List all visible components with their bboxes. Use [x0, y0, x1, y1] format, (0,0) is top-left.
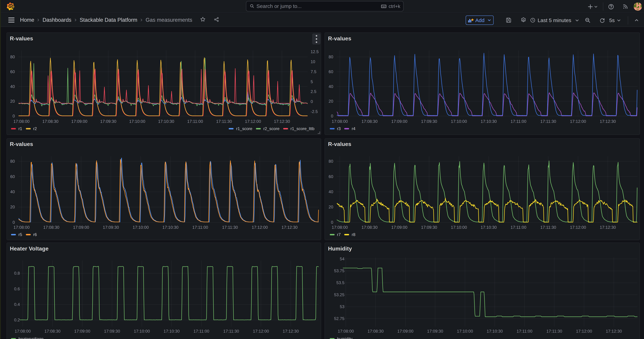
svg-text:17:12:00: 17:12:00 [570, 119, 586, 124]
svg-text:17:12:30: 17:12:30 [281, 225, 297, 230]
svg-text:-2.5: -2.5 [310, 109, 318, 114]
svg-text:17:10:30: 17:10:30 [162, 225, 178, 230]
svg-text:0: 0 [310, 99, 313, 104]
svg-text:0.8: 0.8 [14, 271, 20, 276]
svg-text:0: 0 [12, 114, 15, 118]
svg-text:17:10:30: 17:10:30 [487, 329, 503, 334]
svg-text:17:11:00: 17:11:00 [193, 329, 209, 334]
svg-text:17:11:00: 17:11:00 [192, 225, 208, 230]
svg-text:17:09:00: 17:09:00 [73, 225, 89, 230]
svg-text:60: 60 [328, 69, 333, 74]
svg-text:17:09:30: 17:09:30 [100, 119, 116, 124]
svg-text:17:09:00: 17:09:00 [71, 119, 87, 124]
svg-text:20: 20 [328, 99, 333, 104]
svg-text:53.25: 53.25 [334, 292, 344, 297]
svg-text:17:08:30: 17:08:30 [43, 225, 59, 230]
svg-text:17:11:30: 17:11:30 [222, 225, 238, 230]
svg-text:60: 60 [328, 174, 333, 179]
svg-text:80: 80 [10, 159, 15, 164]
svg-text:0: 0 [12, 220, 15, 224]
svg-text:17:11:00: 17:11:00 [510, 119, 526, 124]
svg-text:17:10:30: 17:10:30 [481, 119, 497, 124]
svg-text:17:10:30: 17:10:30 [163, 329, 179, 334]
svg-text:17:11:00: 17:11:00 [510, 225, 526, 230]
svg-text:17:10:00: 17:10:00 [134, 329, 150, 334]
svg-text:53: 53 [340, 304, 344, 309]
svg-text:17:10:00: 17:10:00 [457, 329, 473, 334]
svg-text:80: 80 [10, 54, 15, 59]
svg-text:17:08:00: 17:08:00 [13, 225, 29, 230]
svg-text:17:12:00: 17:12:00 [570, 225, 586, 230]
svg-text:20: 20 [10, 204, 15, 209]
svg-text:17:08:00: 17:08:00 [338, 329, 354, 334]
svg-text:17:09:00: 17:09:00 [391, 119, 407, 124]
svg-text:0.2: 0.2 [14, 318, 20, 322]
svg-text:20: 20 [328, 204, 333, 209]
svg-text:17:12:30: 17:12:30 [282, 329, 298, 334]
svg-text:17:08:30: 17:08:30 [368, 329, 384, 334]
svg-text:17:09:30: 17:09:30 [104, 329, 120, 334]
svg-text:17:11:00: 17:11:00 [516, 329, 532, 334]
svg-text:17:08:00: 17:08:00 [14, 329, 30, 334]
svg-text:80: 80 [328, 54, 333, 59]
svg-text:10: 10 [310, 59, 315, 64]
svg-text:17:09:30: 17:09:30 [427, 329, 443, 334]
svg-text:17:10:00: 17:10:00 [451, 225, 467, 230]
svg-text:40: 40 [10, 84, 15, 89]
svg-text:0: 0 [331, 220, 333, 224]
svg-text:17:09:00: 17:09:00 [397, 329, 414, 334]
svg-text:17:08:00: 17:08:00 [13, 119, 29, 124]
svg-text:17:11:30: 17:11:30 [216, 119, 232, 124]
svg-text:17:12:30: 17:12:30 [274, 119, 290, 124]
svg-text:17:11:00: 17:11:00 [187, 119, 203, 124]
svg-text:17:08:30: 17:08:30 [362, 119, 378, 124]
svg-text:17:10:30: 17:10:30 [481, 225, 497, 230]
svg-text:7.5: 7.5 [310, 69, 316, 74]
svg-text:17:12:30: 17:12:30 [600, 119, 616, 124]
svg-text:2.5: 2.5 [310, 89, 316, 94]
svg-text:17:12:30: 17:12:30 [606, 329, 622, 334]
svg-text:17:08:00: 17:08:00 [332, 119, 348, 124]
svg-text:17:11:30: 17:11:30 [540, 225, 556, 230]
svg-text:17:09:30: 17:09:30 [421, 119, 437, 124]
svg-text:60: 60 [10, 174, 15, 179]
svg-text:17:11:30: 17:11:30 [223, 329, 239, 334]
svg-text:0.4: 0.4 [14, 302, 20, 307]
svg-text:17:12:00: 17:12:00 [252, 225, 268, 230]
svg-text:53.5: 53.5 [336, 280, 344, 285]
svg-text:0.6: 0.6 [14, 286, 20, 291]
svg-text:17:09:00: 17:09:00 [74, 329, 90, 334]
svg-text:17:12:30: 17:12:30 [600, 225, 616, 230]
svg-text:20: 20 [10, 99, 15, 104]
svg-text:80: 80 [328, 159, 333, 164]
svg-text:17:10:30: 17:10:30 [158, 119, 174, 124]
svg-text:40: 40 [328, 189, 333, 194]
svg-text:17:10:00: 17:10:00 [451, 119, 467, 124]
svg-text:54: 54 [340, 256, 344, 261]
svg-text:5: 5 [310, 79, 313, 84]
svg-text:0: 0 [331, 114, 333, 118]
svg-text:17:11:30: 17:11:30 [546, 329, 562, 334]
svg-text:17:10:00: 17:10:00 [132, 225, 148, 230]
svg-text:53.75: 53.75 [334, 268, 344, 273]
svg-text:52.75: 52.75 [334, 316, 344, 321]
svg-text:17:12:00: 17:12:00 [576, 329, 592, 334]
svg-text:12.5: 12.5 [310, 49, 318, 54]
svg-text:17:08:30: 17:08:30 [44, 329, 60, 334]
svg-text:40: 40 [328, 84, 333, 89]
svg-text:40: 40 [10, 189, 15, 194]
svg-text:17:09:30: 17:09:30 [102, 225, 119, 230]
svg-text:60: 60 [10, 69, 15, 74]
svg-text:17:08:00: 17:08:00 [332, 225, 348, 230]
svg-text:17:11:30: 17:11:30 [540, 119, 556, 124]
svg-text:17:09:00: 17:09:00 [391, 225, 407, 230]
svg-text:17:12:00: 17:12:00 [245, 119, 261, 124]
svg-text:17:12:00: 17:12:00 [253, 329, 269, 334]
svg-text:17:09:30: 17:09:30 [421, 225, 437, 230]
svg-text:17:08:30: 17:08:30 [362, 225, 378, 230]
svg-text:17:08:30: 17:08:30 [42, 119, 58, 124]
svg-text:17:10:00: 17:10:00 [129, 119, 145, 124]
